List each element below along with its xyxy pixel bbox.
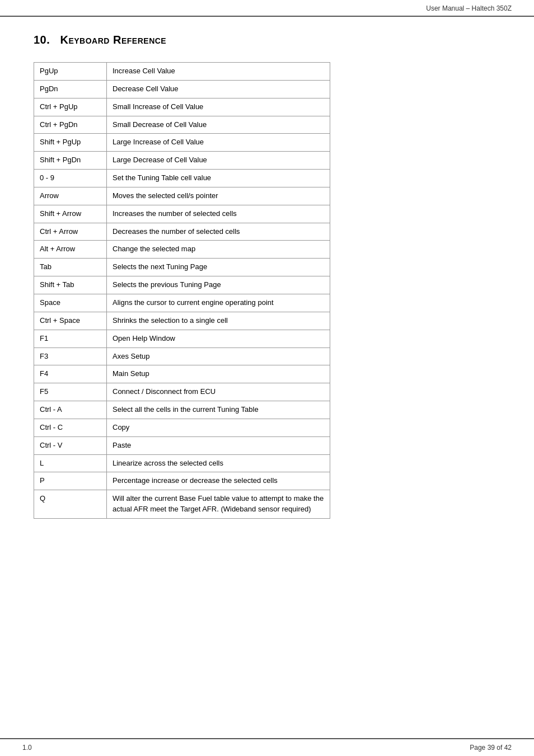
content-area: 10. Keyboard Reference PgUpIncrease Cell…	[0, 17, 534, 552]
description-cell: Linearize across the selected cells	[107, 454, 330, 472]
description-cell: Large Increase of Cell Value	[107, 134, 330, 152]
description-cell: Set the Tuning Table cell value	[107, 170, 330, 187]
table-row: Ctrl + ArrowDecreases the number of sele…	[34, 223, 330, 241]
header-title: User Manual – Haltech 350Z	[426, 4, 512, 12]
page-container: User Manual – Haltech 350Z 10. Keyboard …	[0, 0, 534, 756]
description-cell: Select all the cells in the current Tuni…	[107, 401, 330, 419]
section-number: 10.	[34, 34, 50, 46]
table-row: F4Main Setup	[34, 365, 330, 383]
table-row: Shift + TabSelects the previous Tuning P…	[34, 276, 330, 294]
table-row: PgUpIncrease Cell Value	[34, 63, 330, 81]
description-cell: Decreases the number of selected cells	[107, 223, 330, 241]
key-cell: Ctrl - A	[34, 401, 107, 419]
table-row: PgDnDecrease Cell Value	[34, 80, 330, 98]
key-cell: F5	[34, 383, 107, 401]
description-cell: Open Help Window	[107, 330, 330, 348]
footer-page: Page 39 of 42	[470, 744, 512, 752]
description-cell: Axes Setup	[107, 348, 330, 365]
description-cell: Main Setup	[107, 365, 330, 383]
key-cell: L	[34, 454, 107, 472]
table-row: PPercentage increase or decrease the sel…	[34, 472, 330, 490]
description-cell: Increases the number of selected cells	[107, 205, 330, 223]
description-cell: Small Decrease of Cell Value	[107, 116, 330, 134]
header-bar: User Manual – Haltech 350Z	[0, 0, 534, 17]
key-cell: Alt + Arrow	[34, 241, 107, 259]
table-row: Ctrl + PgUpSmall Increase of Cell Value	[34, 98, 330, 116]
key-cell: Ctrl + PgDn	[34, 116, 107, 134]
table-row: 0 - 9Set the Tuning Table cell value	[34, 170, 330, 187]
key-cell: Ctrl + PgUp	[34, 98, 107, 116]
key-cell: Shift + Tab	[34, 276, 107, 294]
description-cell: Large Decrease of Cell Value	[107, 152, 330, 170]
description-cell: Increase Cell Value	[107, 63, 330, 81]
key-cell: Ctrl + Space	[34, 312, 107, 330]
table-row: Ctrl + PgDnSmall Decrease of Cell Value	[34, 116, 330, 134]
keyboard-reference-table: PgUpIncrease Cell ValuePgDnDecrease Cell…	[34, 62, 330, 519]
description-cell: Selects the next Tuning Page	[107, 259, 330, 276]
table-row: Ctrl - ASelect all the cells in the curr…	[34, 401, 330, 419]
table-row: F1Open Help Window	[34, 330, 330, 348]
table-row: QWill alter the current Base Fuel table …	[34, 490, 330, 519]
table-row: LLinearize across the selected cells	[34, 454, 330, 472]
key-cell: Q	[34, 490, 107, 519]
footer-bar: 1.0 Page 39 of 42	[0, 738, 534, 756]
key-cell: Arrow	[34, 187, 107, 205]
description-cell: Small Increase of Cell Value	[107, 98, 330, 116]
table-row: Ctrl - CCopy	[34, 419, 330, 436]
section-title: 10. Keyboard Reference	[34, 34, 500, 46]
key-cell: Ctrl - C	[34, 419, 107, 436]
key-cell: P	[34, 472, 107, 490]
table-row: Shift + PgUpLarge Increase of Cell Value	[34, 134, 330, 152]
table-row: F3Axes Setup	[34, 348, 330, 365]
key-cell: Ctrl + Arrow	[34, 223, 107, 241]
description-cell: Shrinks the selection to a single cell	[107, 312, 330, 330]
footer-version: 1.0	[22, 744, 32, 752]
table-row: Shift + ArrowIncreases the number of sel…	[34, 205, 330, 223]
key-cell: PgDn	[34, 80, 107, 98]
key-cell: Shift + PgUp	[34, 134, 107, 152]
table-row: TabSelects the next Tuning Page	[34, 259, 330, 276]
description-cell: Change the selected map	[107, 241, 330, 259]
key-cell: PgUp	[34, 63, 107, 81]
description-cell: Copy	[107, 419, 330, 436]
table-row: SpaceAligns the cursor to current engine…	[34, 294, 330, 312]
description-cell: Aligns the cursor to current engine oper…	[107, 294, 330, 312]
key-cell: Tab	[34, 259, 107, 276]
table-row: ArrowMoves the selected cell/s pointer	[34, 187, 330, 205]
key-cell: Shift + Arrow	[34, 205, 107, 223]
section-heading: Keyboard Reference	[60, 34, 166, 46]
description-cell: Connect / Disconnect from ECU	[107, 383, 330, 401]
description-cell: Moves the selected cell/s pointer	[107, 187, 330, 205]
description-cell: Percentage increase or decrease the sele…	[107, 472, 330, 490]
key-cell: F1	[34, 330, 107, 348]
table-row: F5Connect / Disconnect from ECU	[34, 383, 330, 401]
key-cell: 0 - 9	[34, 170, 107, 187]
description-cell: Will alter the current Base Fuel table v…	[107, 490, 330, 519]
key-cell: F4	[34, 365, 107, 383]
table-row: Ctrl - VPaste	[34, 436, 330, 454]
key-cell: Space	[34, 294, 107, 312]
key-cell: F3	[34, 348, 107, 365]
table-row: Alt + ArrowChange the selected map	[34, 241, 330, 259]
key-cell: Ctrl - V	[34, 436, 107, 454]
description-cell: Paste	[107, 436, 330, 454]
table-row: Shift + PgDnLarge Decrease of Cell Value	[34, 152, 330, 170]
description-cell: Decrease Cell Value	[107, 80, 330, 98]
table-row: Ctrl + SpaceShrinks the selection to a s…	[34, 312, 330, 330]
key-cell: Shift + PgDn	[34, 152, 107, 170]
description-cell: Selects the previous Tuning Page	[107, 276, 330, 294]
